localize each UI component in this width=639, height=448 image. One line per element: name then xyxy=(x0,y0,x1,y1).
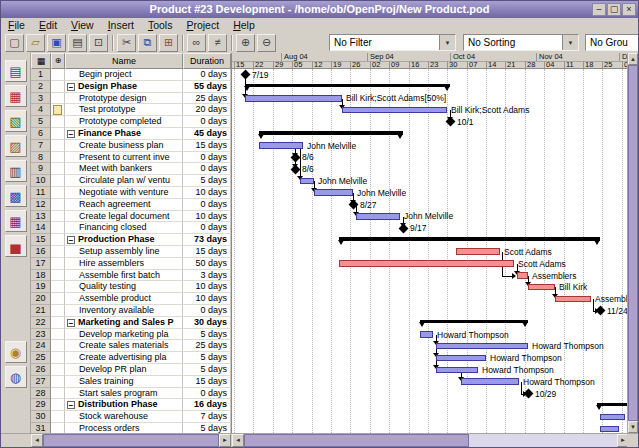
duration-cell[interactable]: 0 days xyxy=(183,163,231,175)
indicator-cell[interactable] xyxy=(51,270,65,282)
print-button[interactable]: ▤ xyxy=(68,34,87,52)
duration-cell[interactable]: 3 days xyxy=(183,270,231,282)
zoom-out-button[interactable]: ⊖ xyxy=(257,34,276,52)
task-name-cell[interactable]: Create sales materials xyxy=(65,340,183,352)
gantt-task-bar[interactable] xyxy=(517,272,528,279)
sorting-dropdown[interactable]: No Sorting ▼ xyxy=(463,34,579,51)
duration-cell[interactable]: 5 days xyxy=(183,352,231,364)
indicator-cell[interactable] xyxy=(51,175,65,187)
task-name-cell[interactable]: −Marketing and Sales P xyxy=(65,317,183,329)
cut-button[interactable]: ✂ xyxy=(117,34,136,52)
new-button[interactable]: ▢ xyxy=(5,34,24,52)
filter-dropdown-button[interactable]: ▼ xyxy=(439,35,455,50)
indicator-cell[interactable] xyxy=(51,329,65,341)
report-chart-view-button[interactable]: ◍ xyxy=(5,366,27,388)
indicator-cell[interactable] xyxy=(51,376,65,388)
task-name-cell[interactable]: Develop marketing pla xyxy=(65,329,183,341)
row-number-cell[interactable]: 12 xyxy=(31,199,51,211)
indicator-cell[interactable] xyxy=(51,199,65,211)
indicator-cell[interactable] xyxy=(51,116,65,128)
duration-cell[interactable]: 10 days xyxy=(183,281,231,293)
duration-column-header[interactable]: Duration xyxy=(183,53,231,69)
scroll-left-button[interactable]: ◄ xyxy=(31,434,43,447)
row-number-cell[interactable]: 31 xyxy=(31,423,51,433)
row-number-cell[interactable]: 2 xyxy=(31,81,51,93)
row-number-cell[interactable]: 11 xyxy=(31,187,51,199)
task-name-cell[interactable]: Start sales program xyxy=(65,388,183,400)
chart-scroll-thumb[interactable] xyxy=(244,434,469,447)
scroll-right-button[interactable]: ► xyxy=(219,434,231,447)
row-number-cell[interactable]: 14 xyxy=(31,222,51,234)
duration-cell[interactable]: 0 days xyxy=(183,222,231,234)
duration-cell[interactable]: 10 days xyxy=(183,211,231,223)
indicator-cell[interactable] xyxy=(51,140,65,152)
menu-item-insert[interactable]: Insert xyxy=(101,18,141,32)
title-bar[interactable]: Product #23 Development - /home/ob/OpenP… xyxy=(1,1,638,18)
task-name-cell[interactable]: −Distribution Phase xyxy=(65,399,183,411)
paste-button[interactable]: ⊞ xyxy=(159,34,178,52)
gantt-task-bar[interactable] xyxy=(555,296,591,303)
task-name-cell[interactable]: Test prototype xyxy=(65,104,183,116)
task-name-cell[interactable]: Negotiate with venture xyxy=(65,187,183,199)
duration-cell[interactable]: 7 days xyxy=(183,411,231,423)
row-number-cell[interactable]: 20 xyxy=(31,293,51,305)
histogram-view-button[interactable]: ▅ xyxy=(5,235,27,257)
row-number-cell[interactable]: 6 xyxy=(31,128,51,140)
resource-chart-view-button[interactable]: ◉ xyxy=(5,341,27,363)
task-name-cell[interactable]: Setup assembly line xyxy=(65,246,183,258)
menu-item-help[interactable]: Help xyxy=(226,18,262,32)
duration-cell[interactable]: 5 days xyxy=(183,423,231,433)
table-horizontal-scrollbar[interactable]: ◄ ► xyxy=(31,434,231,447)
gantt-task-bar[interactable] xyxy=(245,95,342,102)
indicator-cell[interactable] xyxy=(51,128,65,140)
gantt-milestone[interactable] xyxy=(240,70,250,80)
row-number-cell[interactable]: 7 xyxy=(31,140,51,152)
gantt-task-bar[interactable] xyxy=(300,178,314,185)
row-number-cell[interactable]: 8 xyxy=(31,152,51,164)
task-name-cell[interactable]: Create legal document xyxy=(65,211,183,223)
unlink-tasks-button[interactable]: ≠ xyxy=(208,34,227,52)
indicator-cell[interactable] xyxy=(51,187,65,199)
row-number-cell[interactable]: 18 xyxy=(31,270,51,282)
gantt-task-bar[interactable] xyxy=(436,355,486,362)
gantt-task-bar[interactable] xyxy=(356,213,400,220)
duration-cell[interactable]: 25 days xyxy=(183,340,231,352)
task-name-cell[interactable]: Inventory available xyxy=(65,305,183,317)
duration-cell[interactable]: 10 days xyxy=(183,293,231,305)
duration-cell[interactable]: 55 days xyxy=(183,81,231,93)
indicator-cell[interactable] xyxy=(51,423,65,433)
gantt-task-bar[interactable] xyxy=(436,367,478,374)
task-name-cell[interactable]: −Finance Phase xyxy=(65,128,183,140)
reports-view-button[interactable]: ▥ xyxy=(5,160,27,182)
gantt-task-bar[interactable] xyxy=(314,189,353,196)
duration-cell[interactable]: 5 days xyxy=(183,329,231,341)
collapse-toggle[interactable]: − xyxy=(67,319,75,327)
gantt-summary-bar[interactable] xyxy=(259,131,403,135)
indicator-cell[interactable] xyxy=(51,364,65,376)
row-number-cell[interactable]: 25 xyxy=(31,352,51,364)
collapse-toggle[interactable]: − xyxy=(67,401,75,409)
resource-usage-view-button[interactable]: ▦ xyxy=(5,210,27,232)
task-name-cell[interactable]: Begin project xyxy=(65,69,183,81)
duration-cell[interactable]: 73 days xyxy=(183,234,231,246)
duration-cell[interactable]: 50 days xyxy=(183,258,231,270)
task-name-cell[interactable]: Assemble first batch xyxy=(65,270,183,282)
task-name-cell[interactable]: Quality testing xyxy=(65,281,183,293)
gantt-task-bar[interactable] xyxy=(259,142,303,149)
menu-item-file[interactable]: File xyxy=(1,18,32,32)
indicator-cell[interactable] xyxy=(51,258,65,270)
scroll-left-button[interactable]: ◄ xyxy=(232,434,244,447)
gantt-task-bar[interactable] xyxy=(436,343,528,350)
row-number-cell[interactable]: 21 xyxy=(31,305,51,317)
indicator-column-header[interactable]: ⊕ xyxy=(51,53,65,69)
task-name-cell[interactable]: Financing closed xyxy=(65,222,183,234)
grouping-dropdown[interactable]: No Grou xyxy=(585,34,639,51)
gantt-task-bar[interactable] xyxy=(600,426,619,433)
menu-item-edit[interactable]: Edit xyxy=(32,18,64,32)
task-name-cell[interactable]: Develop PR plan xyxy=(65,364,183,376)
close-button[interactable]: × xyxy=(622,3,636,16)
task-name-cell[interactable]: Process orders xyxy=(65,423,183,433)
indicator-cell[interactable] xyxy=(51,81,65,93)
gantt-task-bar[interactable] xyxy=(339,260,514,267)
row-number-cell[interactable]: 17 xyxy=(31,258,51,270)
